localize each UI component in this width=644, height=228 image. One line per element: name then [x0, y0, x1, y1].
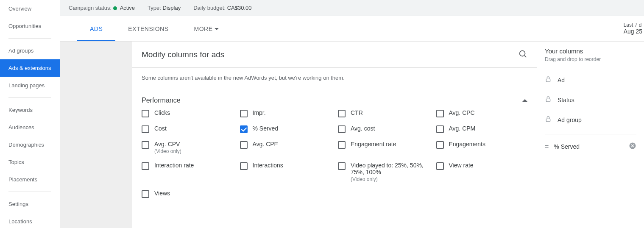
budget-value: CA$30.00	[227, 5, 252, 11]
metric-label: Video played to: 25%, 50%, 75%, 100%(Vid…	[351, 162, 429, 182]
daily-budget: Daily budget: CA$30.00	[193, 5, 251, 11]
metric-option[interactable]: Avg. CPV(Video only)	[142, 141, 233, 154]
metric-label: Interaction rate	[154, 162, 194, 169]
metric-label: Avg. CPM	[449, 125, 476, 132]
lock-icon	[545, 76, 552, 84]
metric-option[interactable]: Cost	[142, 125, 233, 133]
metrics-grid: ClicksImpr.CTRAvg. CPCCost% ServedAvg. c…	[142, 109, 527, 198]
metric-label: Engagements	[449, 141, 485, 147]
your-columns-title: Your columns	[545, 47, 636, 55]
metric-label: Clicks	[154, 109, 170, 116]
locked-column-label: Ad	[558, 77, 565, 83]
drag-handle-icon[interactable]: =	[545, 143, 548, 150]
metric-label: Avg. CPE	[253, 141, 278, 147]
metric-option[interactable]: Clicks	[142, 109, 233, 117]
sidebar-item-landing-pages[interactable]: Landing pages	[0, 77, 60, 94]
sidebar-item-ads-extensions[interactable]: Ads & extensions	[0, 59, 60, 77]
checkbox[interactable]	[240, 141, 248, 149]
your-columns-divider	[545, 134, 636, 134]
checkbox[interactable]	[436, 162, 444, 170]
checkbox[interactable]	[338, 110, 346, 117]
metric-label: CTR	[351, 109, 363, 116]
metric-option[interactable]: View rate	[436, 162, 528, 170]
sidebar-item-overview[interactable]: Overview	[0, 0, 60, 17]
metric-label: Interactions	[253, 162, 283, 169]
metric-option[interactable]: Impr.	[240, 109, 332, 117]
metric-option[interactable]: % Served	[240, 125, 332, 133]
checkbox[interactable]	[142, 190, 149, 198]
search-icon[interactable]	[518, 49, 527, 60]
metric-option[interactable]: Interaction rate	[142, 162, 233, 170]
draggable-column-item[interactable]: =% Served	[545, 137, 636, 156]
svg-rect-2	[546, 79, 550, 82]
sidebar-item-keywords[interactable]: Keywords	[0, 101, 60, 119]
checkbox[interactable]	[338, 162, 346, 170]
checkbox[interactable]	[240, 125, 248, 133]
sidebar-item-topics[interactable]: Topics	[0, 153, 60, 171]
metric-option[interactable]: Video played to: 25%, 50%, 75%, 100%(Vid…	[338, 162, 429, 182]
sidebar-item-locations[interactable]: Locations	[0, 213, 60, 228]
sidebar-item-opportunities[interactable]: Opportunities	[0, 17, 60, 35]
tab-extensions[interactable]: EXTENSIONS	[115, 16, 181, 41]
remove-column-button[interactable]	[629, 142, 636, 151]
checkbox[interactable]	[142, 110, 149, 117]
metric-option[interactable]: Interactions	[240, 162, 332, 170]
metric-option[interactable]: Avg. cost	[338, 125, 429, 133]
metric-option[interactable]: Avg. CPC	[436, 109, 528, 117]
sidebar-item-placements[interactable]: Placements	[0, 171, 60, 188]
content-spacer	[60, 42, 132, 228]
metric-option[interactable]: Engagements	[436, 141, 528, 149]
section-title: Performance	[142, 97, 181, 104]
modify-columns-panel: Modify columns for ads Some columns aren…	[132, 42, 537, 228]
date-range-value: Aug 25	[624, 28, 642, 35]
metric-option[interactable]: Views	[142, 190, 233, 198]
svg-rect-3	[546, 99, 550, 102]
sidebar-divider	[8, 192, 51, 192]
lock-icon	[545, 116, 552, 124]
svg-line-1	[524, 56, 526, 57]
checkbox[interactable]	[240, 162, 248, 170]
sidebar-divider	[8, 38, 51, 39]
checkbox[interactable]	[338, 141, 346, 149]
status-dot-icon	[113, 6, 117, 10]
lock-icon	[545, 96, 552, 104]
checkbox[interactable]	[142, 162, 149, 170]
locked-column-label: Status	[558, 97, 574, 103]
metric-label: Cost	[154, 125, 167, 132]
sidebar-item-ad-groups[interactable]: Ad groups	[0, 42, 60, 59]
checkbox[interactable]	[142, 141, 149, 149]
checkbox[interactable]	[142, 125, 149, 133]
metric-option[interactable]: Avg. CPE	[240, 141, 332, 149]
chevron-down-icon	[215, 28, 219, 30]
checkbox[interactable]	[436, 141, 444, 149]
locked-column-label: Ad group	[558, 117, 582, 123]
checkbox[interactable]	[240, 110, 248, 117]
metric-label: Avg. cost	[351, 125, 375, 132]
sidebar-item-settings[interactable]: Settings	[0, 195, 60, 213]
metric-option[interactable]: Engagement rate	[338, 141, 429, 149]
chevron-up-icon	[522, 99, 527, 102]
date-range-picker[interactable]: Last 7 d Aug 25	[624, 22, 644, 35]
metric-label: Engagement rate	[351, 141, 396, 147]
metric-label: Avg. CPC	[449, 109, 475, 116]
metric-option[interactable]: Avg. CPM	[436, 125, 528, 133]
metric-label: Avg. CPV(Video only)	[154, 141, 181, 154]
campaign-status-label: Campaign status:	[69, 5, 112, 11]
tab-more[interactable]: MORE	[181, 16, 231, 41]
metric-label: View rate	[449, 162, 474, 169]
checkbox[interactable]	[436, 110, 444, 117]
metric-option[interactable]: CTR	[338, 109, 429, 117]
tab-ads[interactable]: ADS	[77, 16, 115, 41]
sidebar-item-demographics[interactable]: Demographics	[0, 136, 60, 153]
metric-sublabel: (Video only)	[351, 176, 429, 182]
checkbox[interactable]	[436, 125, 444, 133]
checkbox[interactable]	[338, 125, 346, 133]
svg-point-0	[520, 51, 525, 56]
section-performance-head[interactable]: Performance	[132, 88, 537, 109]
locked-column-item: Ad group	[545, 110, 636, 130]
type-label: Type:	[148, 5, 161, 11]
sidebar-item-audiences[interactable]: Audiences	[0, 119, 60, 136]
your-columns-subtitle: Drag and drop to reorder	[545, 56, 636, 62]
metric-sublabel: (Video only)	[154, 148, 181, 154]
budget-label: Daily budget:	[193, 5, 226, 11]
